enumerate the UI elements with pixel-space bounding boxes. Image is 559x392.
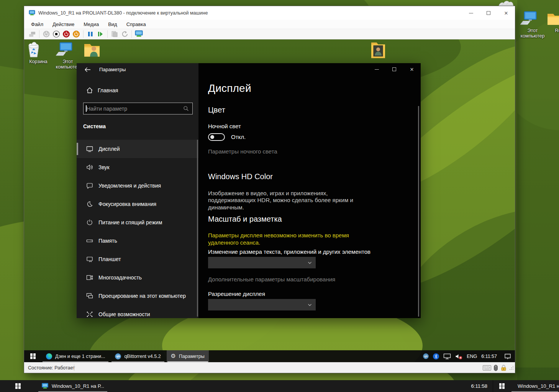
scale-label: Изменение размера текста, приложений и д… <box>208 248 370 255</box>
volume-muted-icon[interactable] <box>455 353 462 359</box>
sidebar-scrollbar[interactable] <box>197 140 198 317</box>
window-title: Windows_10_R1 на PROLIANT-DL380 - подклю… <box>38 10 462 16</box>
sidebar-item-shared-experiences[interactable]: Общие возможности <box>77 305 198 318</box>
scale-heading: Масштаб и разметка <box>208 215 282 224</box>
host-desktop-icon-this-pc[interactable]: Этот компьютер <box>519 11 546 39</box>
vm-system-tray: qb ENG 6:1 <box>423 353 511 359</box>
save-state-icon[interactable] <box>72 29 81 39</box>
sidebar-item-focus-assist[interactable]: Фокусировка внимания <box>77 195 198 213</box>
projecting-icon <box>86 292 93 300</box>
settings-close-button[interactable]: ✕ <box>403 63 421 75</box>
host-taskbar: Windows_10_R1 на Р... 6:11:58 Windows_10… <box>0 380 559 392</box>
night-light-state: Откл. <box>231 134 246 140</box>
vm-desktop-icon-user-folder[interactable] <box>82 42 109 60</box>
revert-icon[interactable] <box>120 29 129 39</box>
action-center-icon[interactable] <box>504 353 511 359</box>
menu-file[interactable]: Файл <box>26 21 48 27</box>
settings-search[interactable] <box>83 103 193 114</box>
notifications-icon <box>86 182 93 189</box>
moon-icon <box>86 200 93 208</box>
settings-sidebar: Параметры Главная <box>77 63 198 318</box>
desktop-icon-label: Корзина <box>25 59 52 64</box>
chevron-down-icon <box>307 260 312 265</box>
remote-session-warning: Параметры дисплея невозможно изменить во… <box>208 232 373 247</box>
vmconnect-display-icon[interactable] <box>134 29 143 39</box>
ctrl-alt-del-icon[interactable] <box>28 29 37 39</box>
checkpoint-icon[interactable] <box>110 29 119 39</box>
home-label: Главная <box>98 87 118 93</box>
power-disabled-icon[interactable] <box>42 29 51 39</box>
host-start-button[interactable] <box>9 380 27 392</box>
turn-off-icon[interactable] <box>62 29 71 39</box>
qbittorrent-icon: qb <box>115 353 121 359</box>
desktop-icon-label: Ron <box>546 28 559 33</box>
sidebar-item-storage[interactable]: Память <box>77 232 198 250</box>
settings-minimize-button[interactable] <box>368 63 385 75</box>
lock-icon <box>500 364 507 371</box>
sidebar-item-home[interactable]: Главная <box>86 87 118 94</box>
host-desktop-icon-folder[interactable]: Ron <box>546 11 559 33</box>
menu-help[interactable]: Справка <box>122 21 151 27</box>
bluetooth-icon[interactable] <box>433 353 439 359</box>
resolution-label: Разрешение дисплея <box>208 291 265 297</box>
scale-dropdown[interactable] <box>208 257 316 268</box>
content-scrollbar[interactable] <box>418 106 419 317</box>
host-start-button-2[interactable] <box>493 380 511 392</box>
vm-start-button[interactable] <box>24 350 42 362</box>
section-heading: Система <box>83 123 106 129</box>
sidebar-item-power-sleep[interactable]: Питание и спящий режим <box>77 213 198 232</box>
back-button[interactable] <box>81 65 94 74</box>
vm-desktop-icon-media-folder[interactable] <box>369 41 395 60</box>
menu-action[interactable]: Действие <box>48 21 79 27</box>
host-recycle-bin-peek <box>497 0 515 6</box>
sidebar-item-multitasking[interactable]: Многозадачность <box>77 268 198 287</box>
search-icon[interactable] <box>183 105 189 112</box>
menu-media[interactable]: Медиа <box>79 21 103 27</box>
sidebar-item-sound[interactable]: Звук <box>77 158 198 176</box>
vm-desktop-icon-recycle-bin[interactable]: Корзина <box>25 42 52 64</box>
vmconnect-titlebar[interactable]: Windows_10_R1 на PROLIANT-DL380 - подклю… <box>24 6 515 20</box>
minimize-button[interactable] <box>462 7 480 19</box>
qbittorrent-tray-icon[interactable]: qb <box>423 353 429 359</box>
this-pc-icon <box>54 42 81 58</box>
resume-icon[interactable] <box>96 29 105 39</box>
second-monitor-taskbar: Windows_10_R1 на Р... <box>493 380 559 392</box>
resolution-dropdown[interactable] <box>208 299 316 310</box>
host-taskbar-button-vm[interactable]: Windows_10_R1 на Р... <box>38 380 108 392</box>
taskbar-button-settings[interactable]: ⚙ Параметры <box>167 350 209 362</box>
taskbar-button-edge[interactable]: Дзен и еще 1 страни... <box>42 350 109 362</box>
settings-window: Параметры Главная <box>77 63 421 318</box>
vm-clock[interactable]: 6:11:57 <box>481 354 497 359</box>
network-display-icon[interactable] <box>443 353 451 359</box>
pause-icon[interactable] <box>86 29 95 39</box>
night-light-toggle[interactable] <box>208 133 225 141</box>
vm-desktop: Корзина Этот компьютер <box>24 39 515 362</box>
recycle-bin-icon <box>25 42 52 58</box>
host-clock[interactable]: 6:11:58 <box>471 383 487 389</box>
sidebar-item-tablet[interactable]: Планшет <box>77 250 198 268</box>
maximize-button[interactable] <box>480 7 497 19</box>
search-input[interactable] <box>84 106 183 112</box>
this-pc-icon <box>519 11 546 27</box>
shutdown-icon[interactable] <box>52 29 61 39</box>
advanced-scaling-link[interactable]: Дополнительные параметры масштабирования <box>208 276 335 283</box>
settings-maximize-button[interactable] <box>385 63 403 75</box>
close-button[interactable]: ✕ <box>497 7 515 19</box>
taskbar-button-qbittorrent[interactable]: qb qBittorrent v4.5.2 <box>111 350 165 362</box>
sidebar-item-projecting[interactable]: Проецирование на этот компьютер <box>77 287 198 305</box>
menu-view[interactable]: Вид <box>103 21 122 27</box>
vmconnect-window-icon <box>29 10 35 16</box>
sidebar-item-display[interactable]: Дисплей <box>77 140 198 158</box>
settings-content: ✕ Дисплей Цвет Ночной свет Откл. Парамет… <box>198 63 421 318</box>
user-folder-icon <box>82 42 109 59</box>
resize-grip[interactable] <box>510 366 513 370</box>
sound-icon <box>86 163 93 171</box>
night-light-settings-link[interactable]: Параметры ночного света <box>208 148 277 155</box>
keyboard-icon <box>483 365 491 371</box>
sidebar-item-notifications[interactable]: Уведомления и действия <box>77 176 198 195</box>
host-taskbar-button-vm-2[interactable]: Windows_10_R1 на Р... <box>511 380 559 392</box>
page-title: Дисплей <box>208 82 251 95</box>
vmconnect-menubar: Файл Действие Медиа Вид Справка <box>24 20 515 29</box>
toggle-knob <box>210 135 214 139</box>
language-indicator[interactable]: ENG <box>467 354 477 359</box>
